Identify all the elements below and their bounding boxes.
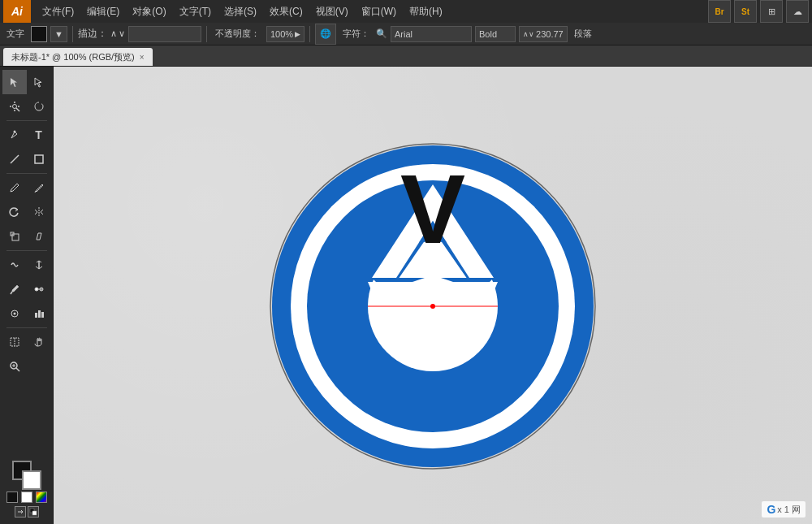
toolbar: 文字 ▼ 描边： ∧ ∨ 不透明度： 100% ▶ 🌐 字符： 🔍 Arial … bbox=[0, 23, 812, 45]
canvas-content: V bbox=[54, 67, 812, 524]
symbol-tool[interactable] bbox=[2, 301, 27, 326]
tool-row-2 bbox=[0, 94, 53, 119]
char-label: 字符： bbox=[339, 28, 373, 40]
svg-rect-22 bbox=[41, 312, 44, 318]
chart-tool[interactable] bbox=[27, 301, 51, 326]
type-tool[interactable]: T bbox=[27, 123, 51, 147]
svg-point-15 bbox=[35, 288, 38, 291]
svg-rect-30 bbox=[32, 511, 37, 515]
zoom-tool[interactable] bbox=[2, 354, 27, 379]
document-tab[interactable]: 未标题-1* @ 100% (RGB/预览) × bbox=[3, 48, 153, 66]
search-icon: 🔍 bbox=[376, 28, 387, 39]
tool-row-12 bbox=[0, 354, 53, 379]
menu-window[interactable]: 窗口(W) bbox=[355, 0, 403, 23]
svg-point-6 bbox=[13, 131, 15, 133]
svg-rect-20 bbox=[35, 313, 37, 318]
fg-bg-swatches[interactable] bbox=[12, 461, 41, 490]
tool-row-7 bbox=[0, 224, 53, 249]
tool-row-8 bbox=[0, 253, 53, 277]
layer-label: 文字 bbox=[3, 28, 28, 40]
watermark-text: x 1 网 bbox=[777, 504, 801, 516]
watermark-letter: G bbox=[767, 503, 775, 516]
pen-tool[interactable] bbox=[2, 123, 27, 147]
magic-wand-tool[interactable] bbox=[2, 94, 27, 119]
menu-type[interactable]: 文字(T) bbox=[173, 0, 218, 23]
menu-right-icons: Br St ⊞ ☁ bbox=[708, 0, 809, 23]
svg-point-19 bbox=[13, 313, 15, 315]
font-style-dropdown[interactable]: Bold bbox=[475, 26, 516, 42]
menu-object[interactable]: 对象(O) bbox=[126, 0, 172, 23]
svg-rect-21 bbox=[38, 310, 41, 318]
color-dropdown[interactable]: ▼ bbox=[50, 26, 67, 42]
stroke-input[interactable] bbox=[128, 26, 201, 42]
watermark: G x 1 网 bbox=[762, 501, 806, 518]
menu-file[interactable]: 文件(F) bbox=[36, 0, 80, 23]
swatch-row3 bbox=[15, 506, 39, 518]
width-tool[interactable] bbox=[27, 253, 51, 277]
sep2 bbox=[206, 26, 207, 42]
grid-icon[interactable]: ⊞ bbox=[760, 0, 783, 23]
menu-edit[interactable]: 编辑(E) bbox=[80, 0, 126, 23]
canvas-area[interactable]: V G x 1 网 bbox=[54, 67, 812, 524]
bridge-icon[interactable]: Br bbox=[708, 0, 731, 23]
svg-point-4 bbox=[12, 105, 16, 109]
left-toolbar: T bbox=[0, 67, 54, 524]
menu-help[interactable]: 帮助(H) bbox=[403, 0, 449, 23]
reset-icon[interactable] bbox=[28, 506, 39, 518]
none-swatch[interactable] bbox=[6, 492, 18, 503]
ai-logo: Ai bbox=[3, 0, 31, 23]
tool-sep-3 bbox=[6, 250, 47, 251]
menu-effect[interactable]: 效果(C) bbox=[263, 0, 309, 23]
empty-tool bbox=[27, 354, 51, 379]
background-swatch[interactable] bbox=[22, 470, 41, 490]
blend-tool[interactable] bbox=[27, 277, 51, 301]
shape-tool[interactable] bbox=[27, 147, 51, 171]
menu-view[interactable]: 视图(V) bbox=[309, 0, 355, 23]
tab-title: 未标题-1* @ 100% (RGB/预览) bbox=[11, 51, 135, 63]
reflect-tool[interactable] bbox=[27, 200, 51, 224]
tool-row-1 bbox=[0, 70, 53, 94]
font-name-input[interactable]: Arial bbox=[391, 26, 472, 42]
scale-tool[interactable] bbox=[2, 224, 27, 249]
stock-icon[interactable]: St bbox=[734, 0, 757, 23]
stroke-label: 描边： bbox=[78, 27, 107, 41]
swap-icon[interactable] bbox=[15, 506, 26, 518]
opacity-value: 100% bbox=[270, 29, 293, 39]
shear-tool[interactable] bbox=[27, 224, 51, 249]
tool-row-6 bbox=[0, 200, 53, 224]
tool-sep-2 bbox=[6, 173, 47, 174]
sep3 bbox=[309, 26, 310, 42]
lasso-tool[interactable] bbox=[27, 94, 51, 119]
color-swatch[interactable] bbox=[31, 26, 47, 42]
stroke-down[interactable]: ∨ bbox=[119, 28, 125, 39]
slice-tool[interactable] bbox=[2, 330, 27, 354]
pencil-tool[interactable] bbox=[27, 175, 51, 200]
select-tool[interactable] bbox=[2, 70, 27, 94]
svg-rect-11 bbox=[12, 234, 19, 240]
line-tool[interactable] bbox=[2, 147, 27, 171]
eyedropper-tool[interactable] bbox=[2, 277, 27, 301]
svg-line-9 bbox=[35, 191, 36, 193]
sep1 bbox=[72, 26, 73, 42]
cloud-icon[interactable]: ☁ bbox=[786, 0, 809, 23]
opacity-label: 不透明度： bbox=[212, 28, 263, 40]
stroke-up[interactable]: ∧ bbox=[110, 28, 117, 39]
warp-tool[interactable] bbox=[2, 253, 27, 277]
rotate-tool[interactable] bbox=[2, 200, 27, 224]
vw-logo: V bbox=[262, 136, 603, 480]
tool-sep-1 bbox=[6, 120, 47, 121]
tool-sep-4 bbox=[6, 327, 47, 328]
hand-tool[interactable] bbox=[27, 330, 51, 354]
gradient-swatch[interactable] bbox=[36, 492, 47, 503]
svg-point-16 bbox=[40, 288, 43, 291]
direct-select-tool[interactable] bbox=[27, 70, 51, 94]
vw-logo-svg bbox=[262, 136, 603, 477]
opacity-control[interactable]: 100% ▶ bbox=[266, 26, 304, 42]
tab-close-button[interactable]: × bbox=[140, 53, 145, 62]
paintbrush-tool[interactable] bbox=[2, 175, 27, 200]
menu-select[interactable]: 选择(S) bbox=[218, 0, 263, 23]
globe-icon[interactable]: 🌐 bbox=[315, 24, 336, 45]
white-swatch[interactable] bbox=[21, 492, 32, 503]
font-size-control[interactable]: ∧∨ 230.77 bbox=[519, 26, 568, 42]
svg-line-7 bbox=[11, 155, 19, 163]
